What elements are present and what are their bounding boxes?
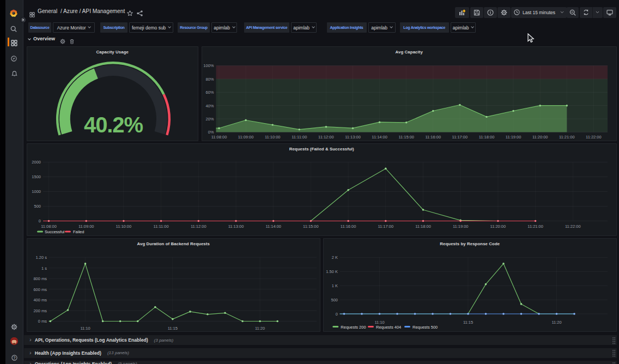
svg-text:11:15: 11:15 [463, 320, 472, 325]
svg-text:Requests 404: Requests 404 [376, 325, 401, 330]
svg-text:11:08:00: 11:08:00 [211, 134, 227, 139]
svg-text:11:17:00: 11:17:00 [452, 134, 468, 139]
svg-text:40.2%: 40.2% [84, 112, 143, 136]
svg-text:11:17:00: 11:17:00 [378, 223, 393, 228]
svg-text:11:15:00: 11:15:00 [398, 134, 414, 139]
svg-text:11:15:00: 11:15:00 [303, 223, 319, 228]
svg-text:Requests 500: Requests 500 [412, 325, 438, 330]
svg-text:1500: 1500 [32, 174, 41, 179]
svg-text:0 ms: 0 ms [38, 319, 47, 324]
svg-text:11:10:00: 11:10:00 [116, 223, 131, 228]
svg-text:11:10: 11:10 [374, 320, 384, 325]
svg-text:20%: 20% [205, 116, 214, 121]
svg-text:11:12:00: 11:12:00 [190, 223, 206, 228]
svg-text:500: 500 [331, 298, 338, 302]
svg-text:11:21:00: 11:21:00 [559, 134, 574, 139]
svg-text:11:20: 11:20 [551, 320, 561, 325]
svg-text:11:19:00: 11:19:00 [452, 223, 468, 228]
svg-text:11:09:00: 11:09:00 [238, 134, 253, 139]
svg-text:1 K: 1 K [331, 283, 337, 288]
svg-text:11:09:00: 11:09:00 [78, 223, 94, 228]
svg-text:11:16:00: 11:16:00 [425, 134, 441, 139]
svg-text:11:11:00: 11:11:00 [153, 223, 168, 228]
svg-text:11:18:00: 11:18:00 [478, 134, 494, 139]
svg-text:11:22:00: 11:22:00 [565, 223, 580, 228]
svg-text:?: ? [13, 356, 15, 360]
svg-text:80%: 80% [205, 76, 214, 81]
svg-text:11:11:00: 11:11:00 [292, 134, 307, 139]
svg-text:11:20: 11:20 [254, 326, 264, 331]
svg-text:11:22:00: 11:22:00 [586, 134, 602, 139]
svg-text:0: 0 [38, 219, 40, 223]
svg-text:800 ms: 800 ms [33, 276, 47, 281]
svg-text:1.50 K: 1.50 K [326, 269, 338, 274]
svg-text:11:15: 11:15 [167, 326, 177, 331]
svg-text:2000: 2000 [32, 160, 41, 165]
svg-text:200 ms: 200 ms [33, 308, 47, 313]
svg-text:11:19:00: 11:19:00 [505, 134, 521, 139]
svg-text:1000: 1000 [32, 189, 41, 194]
svg-text:11:12:00: 11:12:00 [318, 134, 334, 139]
svg-text:Successful: Successful [45, 229, 65, 234]
svg-text:0: 0 [335, 312, 337, 317]
svg-text:Requests 200: Requests 200 [341, 325, 366, 330]
svg-text:11:21:00: 11:21:00 [527, 223, 543, 228]
svg-text:1.20 s: 1.20 s [35, 255, 47, 260]
svg-text:11:08:00: 11:08:00 [41, 223, 57, 228]
svg-text:11:13:00: 11:13:00 [228, 223, 244, 228]
svg-text:1 s: 1 s [41, 266, 46, 271]
svg-text:11:20:00: 11:20:00 [490, 223, 506, 228]
svg-text:600 ms: 600 ms [33, 287, 47, 292]
svg-text:11:14:00: 11:14:00 [372, 134, 387, 139]
svg-text:500: 500 [34, 204, 41, 209]
svg-text:11:10:00: 11:10:00 [264, 134, 280, 139]
svg-text:Failed: Failed [73, 229, 84, 234]
svg-text:11:13:00: 11:13:00 [345, 134, 361, 139]
svg-text:60%: 60% [205, 90, 214, 95]
svg-text:2 K: 2 K [331, 255, 337, 260]
svg-text:11:18:00: 11:18:00 [415, 223, 431, 228]
svg-text:11:20:00: 11:20:00 [532, 134, 548, 139]
svg-text:11:14:00: 11:14:00 [265, 223, 281, 228]
svg-text:11:10: 11:10 [80, 326, 90, 331]
svg-text:40%: 40% [205, 103, 214, 108]
svg-text:100%: 100% [203, 63, 214, 68]
svg-text:11:16:00: 11:16:00 [340, 223, 356, 228]
svg-text:400 ms: 400 ms [33, 298, 47, 302]
